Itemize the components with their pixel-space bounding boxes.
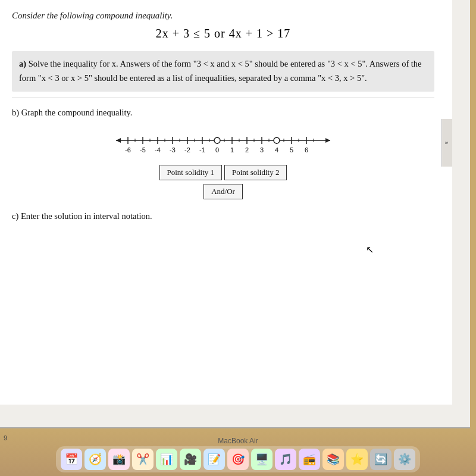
svg-text:-5: -5	[140, 146, 146, 154]
dock-icon-calendar[interactable]: 📅	[61, 449, 82, 470]
buttons-row: Point solidity 1 Point solidity 2	[12, 165, 434, 180]
dock-icon-safari[interactable]: 🧭	[84, 449, 106, 470]
dock-icon-music[interactable]: 🎵	[275, 449, 296, 470]
svg-marker-2	[325, 138, 330, 143]
divider	[12, 98, 434, 98]
cursor-pointer: ↖	[366, 244, 374, 255]
section-a-text: Solve the inequality for x. Answers of t…	[19, 59, 422, 83]
dock-icon-podcast[interactable]: 📻	[299, 449, 320, 470]
dock-icon-cut[interactable]: ✂️	[132, 449, 154, 470]
svg-text:6: 6	[305, 146, 308, 154]
section-c-label: c) Enter the solution in interval notati…	[12, 211, 434, 221]
section-a: a) Solve the inequality for x. Answers o…	[12, 51, 434, 92]
svg-text:0: 0	[215, 146, 219, 154]
dock-icon-sync[interactable]: 🔄	[370, 449, 392, 470]
dock-icon-numbers[interactable]: 📊	[156, 449, 177, 470]
number-line-container: -6 -5 -4 -3 -2 -1 0 1 2 3 4 5 6	[12, 130, 434, 156]
section-b-label: b) Graph the compound inequality.	[12, 108, 434, 118]
svg-text:-3: -3	[170, 146, 176, 154]
equation-line: 2x + 3 ≤ 5 or 4x + 1 > 17	[12, 27, 434, 40]
dock-icon-settings[interactable]: ⚙️	[394, 449, 415, 470]
svg-text:-4: -4	[155, 146, 161, 154]
and-or-button[interactable]: And/Or	[203, 184, 243, 199]
point-solidity-2-button[interactable]: Point solidity 2	[224, 165, 287, 180]
svg-text:-6: -6	[125, 146, 131, 154]
dock-icon-facetime[interactable]: 🎥	[180, 449, 201, 470]
content-area: Consider the following compound inequali…	[0, 0, 452, 405]
svg-point-30	[274, 137, 280, 143]
svg-text:-1: -1	[199, 146, 205, 154]
dock-icon-books[interactable]: 📚	[322, 449, 344, 470]
dock: 📅 🧭 📸 ✂️ 📊 🎥 📝 🎯 🖥️ 🎵 📻 📚 ⭐ 🔄 ⚙️	[56, 446, 420, 472]
svg-text:-2: -2	[184, 146, 190, 154]
dock-icon-excel[interactable]: 🖥️	[251, 449, 273, 470]
top-heading: Consider the following compound inequali…	[12, 11, 434, 21]
screen: Consider the following compound inequali…	[0, 0, 470, 428]
svg-text:5: 5	[290, 146, 293, 154]
dock-icon-powerpoint[interactable]: 🎯	[227, 449, 249, 470]
svg-text:1: 1	[230, 146, 234, 154]
dock-icon-photos[interactable]: 📸	[108, 449, 130, 470]
svg-marker-1	[116, 138, 121, 143]
section-a-label: a)	[19, 59, 29, 68]
point-solidity-1-button[interactable]: Point solidity 1	[159, 165, 222, 180]
andor-row: And/Or	[12, 184, 434, 199]
svg-text:4: 4	[275, 146, 278, 154]
number-line-svg: -6 -5 -4 -3 -2 -1 0 1 2 3 4 5 6	[110, 130, 336, 156]
svg-text:2: 2	[245, 146, 249, 154]
right-tab: s	[441, 119, 452, 167]
dock-icon-star[interactable]: ⭐	[346, 449, 368, 470]
svg-text:3: 3	[260, 146, 264, 154]
mac-bar: 9 MacBook Air 📅 🧭 📸 ✂️ 📊 🎥 📝 🎯 🖥️ 🎵 📻 📚 …	[0, 428, 476, 476]
macbook-label: MacBook Air	[218, 437, 258, 445]
right-tab-text: s	[444, 142, 451, 144]
dock-icon-word[interactable]: 📝	[203, 449, 225, 470]
svg-point-29	[214, 137, 220, 143]
time-label: 9	[4, 434, 7, 441]
